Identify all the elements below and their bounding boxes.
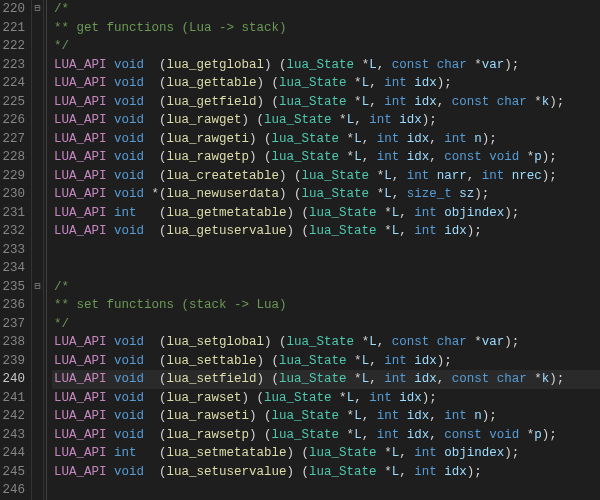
line-number[interactable]: 243 xyxy=(2,426,25,445)
token-param: idx xyxy=(407,132,430,146)
line-number[interactable]: 239 xyxy=(2,352,25,371)
code-editor[interactable]: 2202212222232242252262272282292302312322… xyxy=(0,0,600,500)
token-punc: ); xyxy=(437,76,452,90)
fold-marker xyxy=(32,74,43,93)
token-punc: ( xyxy=(144,58,167,72)
token-punc: ) ( xyxy=(242,113,265,127)
token-param: n xyxy=(474,409,482,423)
token-param: L xyxy=(354,132,362,146)
line-number[interactable]: 226 xyxy=(2,111,25,130)
line-number[interactable]: 244 xyxy=(2,444,25,463)
line-number-gutter[interactable]: 2202212222232242252262272282292302312322… xyxy=(0,0,32,500)
line-number[interactable]: 220 xyxy=(2,0,25,19)
code-line[interactable]: /* xyxy=(52,0,600,19)
token-func: lua_rawset xyxy=(167,391,242,405)
token-param: var xyxy=(482,58,505,72)
token-type: int xyxy=(384,95,407,109)
code-line[interactable]: LUA_API void (lua_rawgeti) (lua_State *L… xyxy=(52,130,600,149)
code-line[interactable] xyxy=(52,241,600,260)
token-keyword: const xyxy=(392,58,430,72)
line-number[interactable]: 222 xyxy=(2,37,25,56)
token-macro: LUA_API xyxy=(54,76,107,90)
fold-column[interactable]: ⊟⊟ xyxy=(32,0,44,500)
fold-marker[interactable]: ⊟ xyxy=(32,0,43,19)
line-number[interactable]: 242 xyxy=(2,407,25,426)
token-type: int xyxy=(377,150,400,164)
code-line[interactable]: ** set functions (stack -> Lua) xyxy=(52,296,600,315)
line-number[interactable]: 229 xyxy=(2,167,25,186)
token-punc: * xyxy=(377,224,392,238)
token-macro: LUA_API xyxy=(54,187,107,201)
line-number[interactable]: 245 xyxy=(2,463,25,482)
code-line[interactable]: LUA_API void (lua_createtable) (lua_Stat… xyxy=(52,167,600,186)
code-line[interactable]: LUA_API int (lua_setmetatable) (lua_Stat… xyxy=(52,444,600,463)
token-param: idx xyxy=(414,76,437,90)
code-line[interactable]: LUA_API void (lua_rawget) (lua_State *L,… xyxy=(52,111,600,130)
token-type: void xyxy=(114,187,144,201)
line-number[interactable]: 232 xyxy=(2,222,25,241)
code-line[interactable] xyxy=(52,259,600,278)
line-number[interactable]: 225 xyxy=(2,93,25,112)
code-line[interactable]: */ xyxy=(52,37,600,56)
token-punc: ) ( xyxy=(287,206,310,220)
token-type: void xyxy=(114,372,144,386)
line-number[interactable]: 227 xyxy=(2,130,25,149)
fold-marker[interactable]: ⊟ xyxy=(32,278,43,297)
line-number[interactable]: 224 xyxy=(2,74,25,93)
token-struct: lua_State xyxy=(309,465,377,479)
token-param: idx xyxy=(399,391,422,405)
line-number[interactable]: 231 xyxy=(2,204,25,223)
token-punc: ) ( xyxy=(279,187,302,201)
token-punc xyxy=(107,132,115,146)
code-line[interactable]: LUA_API void (lua_setglobal) (lua_State … xyxy=(52,333,600,352)
token-punc: , xyxy=(399,206,414,220)
code-line[interactable]: LUA_API void (lua_setuservalue) (lua_Sta… xyxy=(52,463,600,482)
token-punc xyxy=(107,76,115,90)
token-param: L xyxy=(369,58,377,72)
code-line[interactable]: /* xyxy=(52,278,600,297)
code-line[interactable]: LUA_API void (lua_getuservalue) (lua_Sta… xyxy=(52,222,600,241)
token-punc: ) ( xyxy=(264,335,287,349)
code-line[interactable]: LUA_API void (lua_setfield) (lua_State *… xyxy=(52,370,600,389)
token-keyword: const xyxy=(444,150,482,164)
token-func: lua_createtable xyxy=(167,169,280,183)
code-line[interactable]: LUA_API void *(lua_newuserdata) (lua_Sta… xyxy=(52,185,600,204)
code-line[interactable]: LUA_API void (lua_gettable) (lua_State *… xyxy=(52,74,600,93)
token-keyword: const xyxy=(452,95,490,109)
token-punc: ); xyxy=(504,206,519,220)
line-number[interactable]: 246 xyxy=(2,481,25,500)
code-line[interactable]: LUA_API void (lua_rawsetp) (lua_State *L… xyxy=(52,426,600,445)
code-line[interactable]: LUA_API int (lua_getmetatable) (lua_Stat… xyxy=(52,204,600,223)
token-punc: , xyxy=(369,76,384,90)
token-param: idx xyxy=(407,409,430,423)
line-number[interactable]: 234 xyxy=(2,259,25,278)
code-line[interactable]: LUA_API void (lua_getglobal) (lua_State … xyxy=(52,56,600,75)
code-area[interactable]: /*** get functions (Lua -> stack)*/LUA_A… xyxy=(52,0,600,500)
line-number[interactable]: 235 xyxy=(2,278,25,297)
line-number[interactable]: 240 xyxy=(2,370,25,389)
token-macro: LUA_API xyxy=(54,132,107,146)
code-line[interactable]: LUA_API void (lua_settable) (lua_State *… xyxy=(52,352,600,371)
line-number[interactable]: 237 xyxy=(2,315,25,334)
line-number[interactable]: 238 xyxy=(2,333,25,352)
line-number[interactable]: 230 xyxy=(2,185,25,204)
line-number[interactable]: 221 xyxy=(2,19,25,38)
token-keyword: const xyxy=(444,428,482,442)
line-number[interactable]: 233 xyxy=(2,241,25,260)
line-number[interactable]: 236 xyxy=(2,296,25,315)
line-number[interactable]: 241 xyxy=(2,389,25,408)
code-line[interactable] xyxy=(52,481,600,500)
code-line[interactable]: LUA_API void (lua_rawgetp) (lua_State *L… xyxy=(52,148,600,167)
token-punc: ( xyxy=(137,446,167,460)
code-line[interactable]: LUA_API void (lua_getfield) (lua_State *… xyxy=(52,93,600,112)
token-param: L xyxy=(362,76,370,90)
line-number[interactable]: 228 xyxy=(2,148,25,167)
token-type: size_t xyxy=(407,187,452,201)
fold-marker xyxy=(32,111,43,130)
code-line[interactable]: ** get functions (Lua -> stack) xyxy=(52,19,600,38)
code-line[interactable]: LUA_API void (lua_rawseti) (lua_State *L… xyxy=(52,407,600,426)
code-line[interactable]: LUA_API void (lua_rawset) (lua_State *L,… xyxy=(52,389,600,408)
fold-marker xyxy=(32,389,43,408)
line-number[interactable]: 223 xyxy=(2,56,25,75)
code-line[interactable]: */ xyxy=(52,315,600,334)
